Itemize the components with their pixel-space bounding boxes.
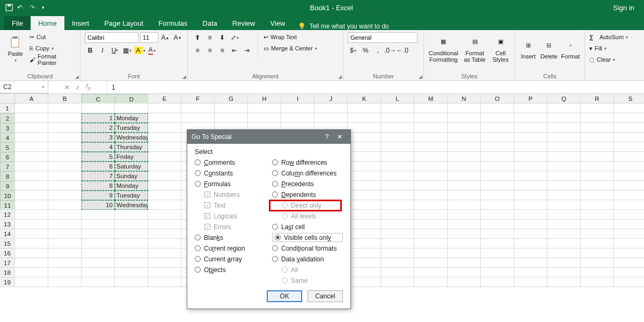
cell[interactable]: 9 bbox=[82, 191, 115, 200]
tab-review[interactable]: Review bbox=[225, 16, 263, 30]
cell[interactable] bbox=[381, 133, 414, 142]
cell[interactable] bbox=[48, 219, 82, 229]
font-name-select[interactable] bbox=[85, 32, 138, 43]
cell[interactable] bbox=[481, 104, 514, 113]
cell[interactable] bbox=[614, 229, 644, 239]
cell[interactable] bbox=[348, 123, 381, 133]
cell[interactable]: Sunday bbox=[115, 171, 148, 181]
column-header[interactable]: L bbox=[381, 94, 414, 104]
cell[interactable] bbox=[448, 113, 481, 123]
cell[interactable] bbox=[414, 123, 448, 133]
cell[interactable] bbox=[481, 123, 514, 133]
cell[interactable] bbox=[614, 191, 644, 200]
cell[interactable] bbox=[82, 239, 115, 248]
cell[interactable] bbox=[448, 258, 481, 268]
cell[interactable] bbox=[348, 239, 381, 248]
cell[interactable] bbox=[481, 152, 514, 162]
cell[interactable] bbox=[215, 104, 248, 113]
align-middle-icon[interactable]: ≡ bbox=[204, 32, 215, 43]
cell[interactable] bbox=[514, 152, 547, 162]
cell[interactable] bbox=[514, 181, 547, 191]
comma-icon[interactable]: , bbox=[372, 45, 383, 56]
cell[interactable] bbox=[547, 200, 581, 210]
cell[interactable] bbox=[414, 268, 448, 277]
cell[interactable] bbox=[348, 113, 381, 123]
cell[interactable] bbox=[15, 113, 48, 123]
cell[interactable] bbox=[248, 104, 281, 113]
cell[interactable] bbox=[381, 142, 414, 152]
column-header[interactable]: E bbox=[148, 94, 181, 104]
radio-blanks[interactable]: Blanks bbox=[195, 233, 266, 242]
merge-center-button[interactable]: ▭Merge & Center▾ bbox=[264, 43, 317, 53]
cell[interactable] bbox=[381, 258, 414, 268]
radio-coldiff[interactable]: Column differences bbox=[272, 169, 343, 178]
font-launcher[interactable]: ◢ bbox=[182, 74, 186, 79]
cell[interactable] bbox=[148, 248, 181, 258]
cell[interactable] bbox=[48, 248, 82, 258]
column-header[interactable]: R bbox=[581, 94, 614, 104]
redo-icon[interactable]: ↷ bbox=[30, 4, 38, 11]
undo-icon[interactable]: ↶ bbox=[17, 4, 25, 11]
cell[interactable] bbox=[614, 142, 644, 152]
ok-button[interactable]: OK bbox=[267, 290, 302, 302]
cell[interactable]: Friday bbox=[115, 152, 148, 162]
cell[interactable] bbox=[248, 113, 281, 123]
cell[interactable] bbox=[148, 171, 181, 181]
cell[interactable] bbox=[348, 142, 381, 152]
cell[interactable] bbox=[15, 181, 48, 191]
cell[interactable] bbox=[148, 239, 181, 248]
cell[interactable] bbox=[581, 142, 614, 152]
cell[interactable] bbox=[448, 248, 481, 258]
cell[interactable] bbox=[547, 123, 581, 133]
cell[interactable] bbox=[414, 133, 448, 142]
cell[interactable] bbox=[115, 268, 148, 277]
cancel-formula-icon[interactable]: ✕ bbox=[64, 84, 70, 91]
cell[interactable] bbox=[581, 113, 614, 123]
row-header[interactable]: 17 bbox=[0, 258, 15, 268]
row-header[interactable]: 18 bbox=[0, 268, 15, 277]
name-box[interactable]: C2 bbox=[0, 81, 48, 93]
cell[interactable] bbox=[414, 210, 448, 219]
radio-datav[interactable]: Data validation bbox=[272, 254, 343, 264]
cell[interactable] bbox=[15, 104, 48, 113]
cell[interactable] bbox=[414, 277, 448, 287]
cell[interactable] bbox=[15, 152, 48, 162]
cell[interactable] bbox=[547, 229, 581, 239]
row-header[interactable]: 3 bbox=[0, 123, 15, 134]
align-left-icon[interactable]: ≡ bbox=[192, 45, 203, 56]
cell[interactable] bbox=[181, 104, 215, 113]
cell[interactable] bbox=[448, 268, 481, 277]
cell[interactable] bbox=[48, 210, 82, 219]
row-header[interactable]: 1 bbox=[0, 104, 15, 113]
cell[interactable] bbox=[82, 210, 115, 219]
cell[interactable] bbox=[514, 229, 547, 239]
cell[interactable] bbox=[614, 171, 644, 181]
cell[interactable] bbox=[381, 229, 414, 239]
cell[interactable] bbox=[581, 191, 614, 200]
bold-button[interactable]: B bbox=[85, 45, 96, 56]
cell[interactable] bbox=[547, 152, 581, 162]
indent-increase-icon[interactable]: ⇥ bbox=[241, 45, 252, 56]
cell[interactable] bbox=[15, 219, 48, 229]
cell[interactable] bbox=[448, 277, 481, 287]
cell[interactable] bbox=[48, 200, 82, 210]
cell[interactable] bbox=[581, 229, 614, 239]
cell[interactable] bbox=[148, 268, 181, 277]
cell[interactable] bbox=[414, 181, 448, 191]
cell[interactable] bbox=[82, 258, 115, 268]
cell[interactable] bbox=[514, 142, 547, 152]
cell[interactable] bbox=[381, 239, 414, 248]
cell[interactable]: 8 bbox=[82, 181, 115, 191]
cell[interactable] bbox=[448, 229, 481, 239]
cell[interactable] bbox=[414, 248, 448, 258]
radio-cregion[interactable]: Current region bbox=[195, 244, 266, 253]
cell[interactable] bbox=[448, 104, 481, 113]
cell[interactable] bbox=[514, 123, 547, 133]
cell[interactable] bbox=[15, 191, 48, 200]
cell[interactable] bbox=[348, 229, 381, 239]
cell[interactable] bbox=[48, 268, 82, 277]
cell[interactable] bbox=[348, 171, 381, 181]
cell[interactable] bbox=[614, 113, 644, 123]
indent-decrease-icon[interactable]: ⇤ bbox=[229, 45, 240, 56]
row-header[interactable]: 2 bbox=[0, 113, 15, 124]
